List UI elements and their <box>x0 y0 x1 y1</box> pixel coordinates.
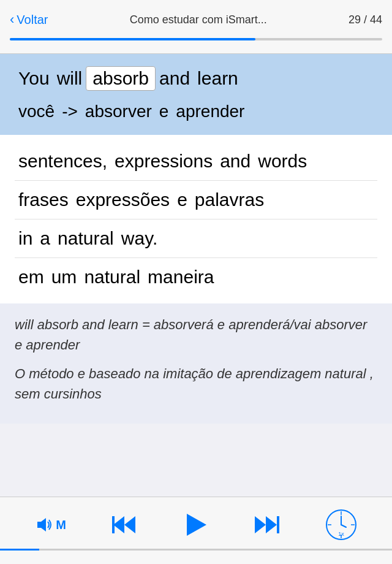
portuguese-sentence-row: você -> absorver e aprender <box>15 96 377 128</box>
svg-marker-6 <box>266 516 277 533</box>
note-2: O método e baseado na imitação de aprend… <box>15 364 377 404</box>
word-and2: and <box>216 150 254 173</box>
svg-marker-0 <box>37 518 46 532</box>
speaker-button[interactable]: M <box>35 515 66 535</box>
word-sentences: sentences, <box>15 150 111 173</box>
word-natural-pt: natural <box>80 265 144 289</box>
word-a: a <box>36 227 54 250</box>
main-content: You will absorb and learn você -> absorv… <box>0 54 392 497</box>
word-way: way. <box>118 227 161 250</box>
word-words: words <box>254 150 311 173</box>
english-sentence-row: You will absorb and learn <box>15 61 377 96</box>
progress-bar <box>10 38 382 40</box>
word-em: em <box>15 265 48 289</box>
note-1: will absorb and learn = absorverá e apre… <box>15 314 377 355</box>
word-absorb-highlighted[interactable]: absorb <box>86 66 156 91</box>
nav-bar: ‹ Voltar Como estudar com iSmart... 29 /… <box>0 0 392 54</box>
word-voce: você <box>15 101 58 123</box>
rewind-icon <box>112 514 137 536</box>
nav-page: 29 / 44 <box>349 13 382 26</box>
word-and: and <box>156 67 194 90</box>
fast-forward-button[interactable] <box>255 514 279 536</box>
rewind-button[interactable] <box>112 514 137 536</box>
word-in: in <box>15 227 36 250</box>
word-you: You <box>15 67 53 90</box>
speaker-icon <box>35 515 55 535</box>
word-natural: natural <box>54 227 118 250</box>
notes-block: will absorb and learn = absorverá e apre… <box>0 303 392 424</box>
sentence-block-white: sentences, expressions and words frases … <box>0 135 392 303</box>
svg-marker-4 <box>187 514 206 536</box>
play-icon <box>182 511 209 538</box>
speaker-mode-label: M <box>56 518 66 532</box>
svg-rect-3 <box>112 516 115 533</box>
word-e1: e <box>156 101 173 123</box>
svg-marker-1 <box>113 516 124 533</box>
speed-button[interactable]: 1x <box>325 509 357 541</box>
word-absorver: absorver <box>81 101 156 123</box>
word-frases: frases <box>15 188 72 212</box>
word-arrow: -> <box>58 101 81 123</box>
player-controls: M <box>0 503 392 546</box>
svg-text:1x: 1x <box>338 531 344 537</box>
word-expressoes: expressões <box>72 188 173 212</box>
fast-forward-icon <box>255 514 279 536</box>
sentence-row-1-pt: frases expressões e palavras <box>15 181 377 219</box>
word-e2: e <box>173 188 191 212</box>
speed-clock-icon: 1x <box>325 509 357 541</box>
svg-marker-2 <box>124 516 135 533</box>
svg-marker-5 <box>255 516 266 533</box>
play-button[interactable] <box>182 511 209 538</box>
word-maneira: maneira <box>144 265 217 289</box>
sentence-block-highlighted: You will absorb and learn você -> absorv… <box>0 54 392 135</box>
back-label: Voltar <box>17 13 48 27</box>
svg-rect-7 <box>277 516 279 533</box>
sentence-row-2-pt: em um natural maneira <box>15 258 377 296</box>
word-learn: learn <box>194 67 242 90</box>
word-will: will <box>53 67 86 90</box>
word-palavras: palavras <box>191 188 268 212</box>
word-um: um <box>48 265 81 289</box>
player-bar: M <box>0 497 392 564</box>
back-chevron-icon: ‹ <box>10 12 14 28</box>
nav-title: Como estudar com iSmart... <box>48 13 348 26</box>
progress-bar-fill <box>10 38 255 40</box>
player-progress-bar[interactable] <box>0 549 392 551</box>
word-expressions: expressions <box>111 150 216 173</box>
word-aprender: aprender <box>172 101 248 123</box>
sentence-row-2: in a natural way. <box>15 219 377 258</box>
back-button[interactable]: ‹ Voltar <box>10 12 48 28</box>
svg-line-14 <box>341 525 346 527</box>
sentence-row-1: sentences, expressions and words <box>15 142 377 181</box>
player-progress-fill <box>0 549 39 551</box>
